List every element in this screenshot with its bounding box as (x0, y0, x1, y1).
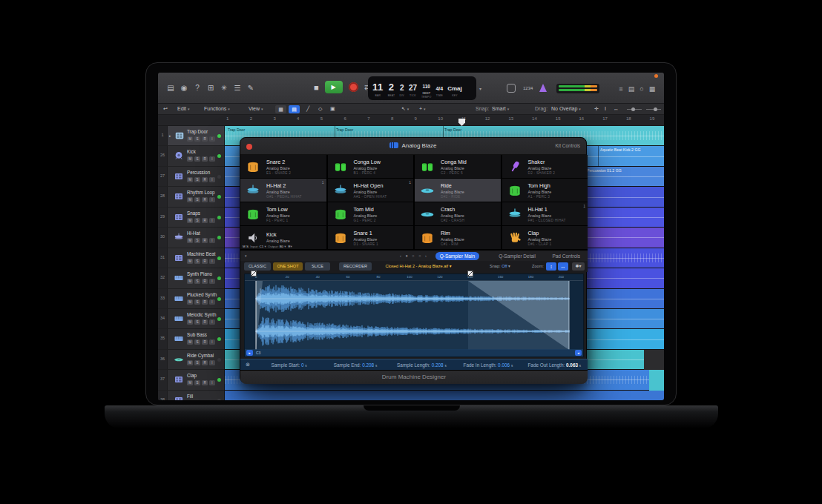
input-monitor-button[interactable]: I (209, 360, 215, 365)
grid-view-icon[interactable]: ▦ (275, 105, 286, 113)
input-monitor-button[interactable]: I (209, 380, 215, 385)
toolbar-icon[interactable]: ◉ (179, 83, 189, 93)
mode-one-shot-button[interactable]: ONE SHOT (273, 262, 303, 271)
kit-controls-button[interactable]: Kit Controls (555, 143, 580, 148)
solo-button[interactable]: S (194, 380, 200, 385)
metronome-icon[interactable] (539, 84, 547, 92)
drum-pad[interactable]: Hi-Hat Open Analog Blaze A#1 - OPEN HIHA… (328, 179, 414, 202)
catch-icon[interactable]: ▣ (330, 106, 335, 112)
track-header[interactable]: 33 ▸ Plucked Synth M S R I (158, 289, 224, 309)
sample-info-field[interactable]: Sample End: 0.208 s (322, 362, 388, 368)
text-tool-icon[interactable]: I (605, 106, 606, 111)
solo-button[interactable]: S (194, 259, 200, 264)
mute-button[interactable]: M (187, 156, 193, 162)
snap-select[interactable]: Smart ▾ (492, 106, 509, 111)
view-menu[interactable]: View ▾ (249, 106, 263, 111)
track-header[interactable]: 37 ▸ Clap M S R I (158, 370, 224, 390)
input-monitor-button[interactable]: I (209, 319, 215, 325)
toolbar-icon[interactable]: ? (192, 83, 203, 93)
sample-info-field[interactable]: Fade Out Length: 0.063 s (522, 362, 588, 368)
mode-classic-button[interactable]: CLASSIC (244, 262, 271, 271)
editor-view-icon[interactable]: ▤ (289, 105, 300, 113)
lcd-mode-chevron-icon[interactable]: ▾ (479, 86, 481, 91)
toolbar-icon[interactable]: ✳ (219, 83, 229, 93)
track-header[interactable]: 26 ▸ Kick M S R I (158, 146, 224, 166)
mute-button[interactable]: M (187, 177, 193, 182)
drum-pad[interactable]: Hi-Hat 1 Analog Blaze F#1 - CLOSED HIHAT… (502, 202, 588, 225)
drum-pad[interactable]: Conga Low Analog Blaze B1 - PERC 4 ▾ ▾ ✱… (328, 155, 414, 178)
track-header[interactable]: 29 ▸ Snaps M S R I (158, 208, 224, 228)
toolbar-icon[interactable]: ▤ (626, 84, 637, 94)
flex-icon[interactable]: ◇ (318, 106, 322, 112)
record-enable-button[interactable]: R (202, 177, 208, 182)
drum-pad[interactable]: Kick Analog Blaze M S Input: C1 ▾ Output… (240, 226, 326, 249)
toolbar-icon[interactable]: ≡ (616, 84, 626, 94)
pad-io-controls[interactable]: M S Input: C1 ▾ Output: B0 ▾ ✱▾ (243, 245, 292, 248)
drum-pad[interactable]: Tom Mid Analog Blaze G1 - PERC 2 ▾ ▾ ✱▾ (328, 202, 414, 225)
track-header[interactable]: 32 ▸ Synth Piano M S R I (158, 268, 224, 288)
drum-pad[interactable]: Tom High Analog Blaze A1 - PERC 3 ▾ ▾ ✱▾ (502, 179, 588, 202)
track-header[interactable]: 31 ▸ Machine Beat M S R I (158, 248, 224, 268)
tab-q-sampler-main[interactable]: Q-Sampler Main (435, 252, 479, 260)
toolbar-icon[interactable]: ▦ (647, 84, 657, 94)
v-zoom-slider[interactable] (627, 109, 642, 110)
automation-icon[interactable]: ╱ (306, 106, 309, 112)
region[interactable] (649, 370, 664, 390)
toolbar-icon[interactable]: ○ (637, 84, 647, 94)
sample-file-select[interactable]: Closed Hi-Hat 2 - Analog Blaze.aif ▾ (352, 264, 485, 268)
drum-pad[interactable]: Crash Analog Blaze C#2 - CRASH ▾ ▾ ✱▾ (415, 202, 501, 225)
input-monitor-button[interactable]: I (209, 279, 215, 284)
edit-menu[interactable]: Edit ▾ (177, 106, 190, 111)
mute-button[interactable]: M (187, 197, 193, 202)
input-monitor-button[interactable]: I (209, 259, 215, 264)
mute-button[interactable]: M (187, 238, 193, 243)
mute-button[interactable]: M (187, 218, 193, 223)
back-icon[interactable]: ↩ (163, 106, 168, 112)
record-enable-button[interactable]: R (202, 238, 208, 243)
record-enable-button[interactable]: R (202, 279, 208, 284)
sample-info-field[interactable]: Sample Length: 0.208 s (389, 362, 455, 368)
h-zoom-slider[interactable] (646, 109, 661, 110)
region[interactable] (644, 350, 664, 370)
record-enable-button[interactable]: R (202, 380, 208, 385)
track-header[interactable]: 28 ▸ Rhythm Loop M S R I (158, 187, 224, 207)
zoom-horizontal-button[interactable]: ↔ (558, 262, 568, 271)
h-zoom-icon[interactable]: ↔ (614, 106, 619, 111)
input-monitor-button[interactable]: I (209, 136, 215, 142)
secondary-tool[interactable]: + ▾ (419, 106, 426, 111)
solo-button[interactable]: S (194, 339, 200, 345)
mute-button[interactable]: M (187, 299, 193, 305)
input-monitor-button[interactable]: I (209, 299, 215, 305)
solo-button[interactable]: S (194, 177, 200, 182)
tab-q-sampler-detail[interactable]: Q-Sampler Detail (494, 252, 540, 260)
mode-slice-button[interactable]: SLICE (305, 262, 330, 271)
drum-pad[interactable]: Conga Mid Analog Blaze C2 - PERC 5 ▾ ▾ ✱… (415, 155, 501, 178)
tab-pad-controls[interactable]: Pad Controls (548, 252, 585, 260)
solo-button[interactable]: S (194, 136, 200, 142)
lcd-display[interactable]: 11BAR 2BEAT 2DIV 27TICK 110KEEPTEMPO 4/4… (368, 76, 476, 100)
zoom-vertical-button[interactable]: ↕ (546, 262, 556, 271)
solo-button[interactable]: S (194, 299, 200, 305)
play-button[interactable]: ▶ (325, 81, 343, 93)
pointer-tool[interactable]: ↖ ▾ (401, 106, 409, 112)
drum-pad[interactable]: Ride Analog Blaze D#2 - RIDE ▾ ▾ ✱▾ (415, 179, 501, 202)
track-header[interactable]: 1 ▸ Trap Door M S R I (158, 126, 224, 146)
track-header[interactable]: 34 ▸ Melodic Synth M S R I (158, 309, 224, 329)
mute-button[interactable]: M (187, 360, 193, 365)
disclosure-icon[interactable]: ▸ (169, 133, 171, 138)
toolbar-icon[interactable]: ▤ (165, 83, 176, 93)
drum-pad[interactable]: Clap Analog Blaze D#1 - CLAP 1 ▾ ▾ ✱▾ (502, 226, 588, 249)
solo-button[interactable]: S (194, 360, 200, 365)
record-enable-button[interactable]: R (202, 218, 208, 223)
input-monitor-button[interactable]: I (209, 238, 215, 243)
track-header[interactable]: 30 ▸ Hi-Hat M S R I (158, 228, 224, 248)
record-enable-button[interactable]: R (202, 136, 208, 142)
mute-button[interactable]: M (187, 279, 193, 284)
record-enable-button[interactable]: R (202, 197, 208, 202)
crosshair-icon[interactable]: ✛ (594, 106, 599, 112)
input-monitor-button[interactable]: I (209, 177, 215, 182)
clear-icon[interactable]: ⊗ (246, 362, 250, 368)
toolbar-icon[interactable]: ⊞ (206, 83, 216, 93)
region[interactable] (225, 391, 664, 400)
record-enable-button[interactable]: R (202, 259, 208, 264)
